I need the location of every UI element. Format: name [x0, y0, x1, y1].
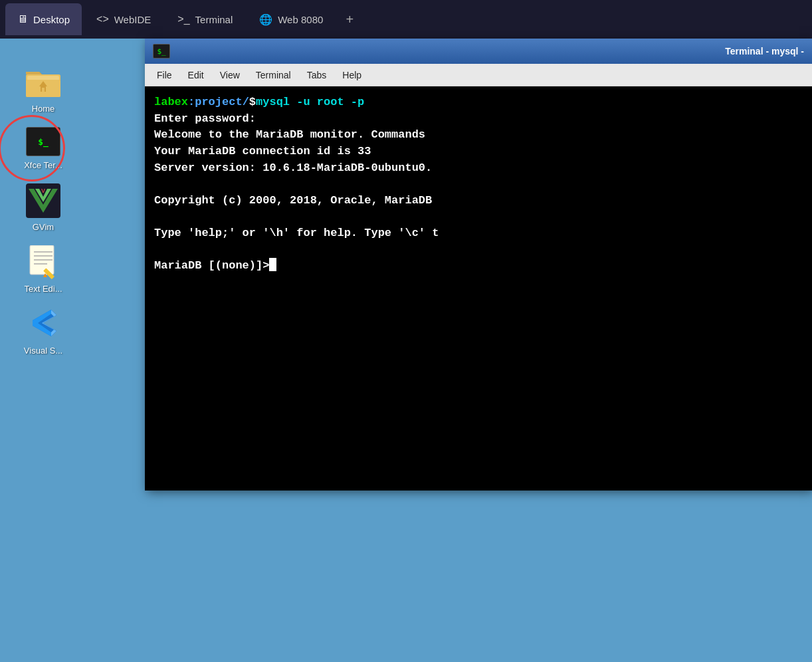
desktop-icon-text-editor[interactable]: Text Edi... — [13, 245, 73, 294]
vscode-icon-label: Visual S... — [24, 346, 62, 356]
terminal-prompt-sym: $ — [249, 94, 256, 111]
terminal-command: mysql -u root -p — [256, 94, 364, 111]
home-icon-label: Home — [32, 104, 55, 114]
terminal-blank-1 — [154, 176, 803, 193]
web8080-icon-tab: 🌐 — [259, 13, 272, 26]
terminal-separator: : — [188, 94, 195, 111]
tab-webide-label: WebIDE — [114, 14, 152, 25]
terminal-line-4: Your MariaDB connection id is 33 — [154, 144, 803, 160]
terminal-line-1: labex:project/ $ mysql -u root -p — [154, 94, 803, 111]
terminal-menubar: File Edit View Terminal Tabs Help — [145, 64, 812, 86]
add-tab-button[interactable]: + — [338, 7, 361, 31]
terminal-line-2: Enter password: — [154, 111, 803, 128]
menu-view[interactable]: View — [213, 67, 247, 83]
terminal-body[interactable]: labex:project/ $ mysql -u root -p Enter … — [145, 86, 812, 491]
terminal-line-7: Copyright (c) 2000, 2018, Oracle, MariaD… — [154, 193, 803, 209]
desktop-icon-vscode[interactable]: Visual S... — [13, 307, 73, 356]
svg-rect-7 — [42, 88, 45, 92]
tab-web8080[interactable]: 🌐 Web 8080 — [247, 3, 335, 35]
tab-web8080-label: Web 8080 — [278, 14, 323, 25]
terminal-titlebar: $_ Terminal - mysql - — [145, 39, 812, 64]
text-editor-app-icon — [26, 245, 60, 280]
terminal-box-icon: $_ — [26, 127, 60, 156]
menu-help[interactable]: Help — [336, 67, 368, 83]
desktop-icon-gvim[interactable]: V GVim — [13, 183, 73, 232]
desktop: Home $_ Xfce Ter... V GVim — [0, 39, 812, 662]
svg-text:V: V — [41, 187, 45, 194]
gvim-app-icon: V — [26, 183, 60, 218]
terminal-window: $_ Terminal - mysql - File Edit View Ter… — [145, 39, 812, 491]
terminal-titlebar-icon: $_ — [153, 44, 170, 58]
terminal-cursor — [269, 258, 276, 271]
taskbar: 🖥 Desktop <> WebIDE >_ Terminal 🌐 Web 80… — [0, 0, 812, 39]
terminal-icon-tab: >_ — [177, 13, 189, 25]
home-folder-icon — [26, 65, 60, 100]
menu-file[interactable]: File — [150, 67, 179, 83]
tab-webide[interactable]: <> WebIDE — [84, 3, 163, 35]
desktop-icon-home[interactable]: Home — [13, 65, 73, 114]
xfce-terminal-icon: $_ — [26, 127, 60, 156]
terminal-mariadb-prompt: MariaDB [(none)]> — [154, 258, 803, 275]
menu-tabs[interactable]: Tabs — [300, 67, 334, 83]
desktop-icon-column: Home $_ Xfce Ter... V GVim — [13, 65, 73, 356]
vscode-app-icon — [26, 307, 60, 342]
terminal-blank-3 — [154, 242, 803, 259]
desktop-icon-tab: 🖥 — [17, 13, 28, 25]
tab-terminal-label: Terminal — [195, 14, 233, 25]
menu-terminal[interactable]: Terminal — [249, 67, 298, 83]
desktop-icon-xfce-terminal[interactable]: $_ Xfce Ter... — [13, 127, 73, 170]
terminal-blank-2 — [154, 209, 803, 225]
mariadb-prompt-text: MariaDB [(none)]> — [154, 258, 269, 275]
terminal-title: Terminal - mysql - — [178, 46, 804, 56]
terminal-path: project/ — [195, 94, 249, 111]
gvim-icon-label: GVim — [33, 222, 54, 232]
xfce-icon-label: Xfce Ter... — [24, 160, 62, 170]
tab-terminal[interactable]: >_ Terminal — [165, 3, 245, 35]
text-editor-icon-label: Text Edi... — [24, 284, 62, 294]
menu-edit[interactable]: Edit — [181, 67, 211, 83]
tab-desktop-label: Desktop — [33, 14, 70, 25]
webide-icon-tab: <> — [96, 13, 109, 25]
terminal-line-3: Welcome to the MariaDB monitor. Commands — [154, 127, 803, 144]
terminal-user-host: labex — [154, 94, 188, 111]
terminal-line-9: Type 'help;' or '\h' for help. Type '\c'… — [154, 225, 803, 242]
terminal-line-5: Server version: 10.6.18-MariaDB-0ubuntu0… — [154, 160, 803, 177]
tab-desktop[interactable]: 🖥 Desktop — [5, 3, 82, 35]
